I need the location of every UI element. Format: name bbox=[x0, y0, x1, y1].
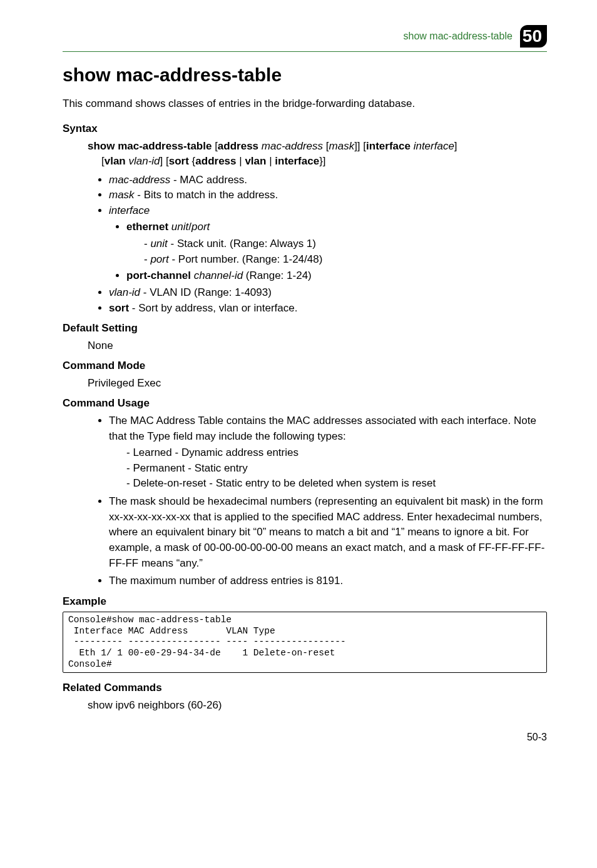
list-item: sort - Sort by address, vlan or interfac… bbox=[109, 301, 547, 316]
param-text: - Port number. (Range: 1-24/48) bbox=[169, 253, 323, 265]
intro-paragraph: This command shows classes of entries in… bbox=[63, 97, 547, 111]
page-title: show mac-address-table bbox=[63, 64, 547, 86]
list-item: Learned - Dynamic address entries bbox=[126, 445, 547, 461]
param-text: (Range: 1-24) bbox=[243, 270, 312, 281]
syntax-arg: vlan-id bbox=[129, 155, 160, 167]
default-text: None bbox=[88, 338, 547, 353]
page-number: 50-3 bbox=[63, 732, 547, 743]
syntax-arg: mac-address bbox=[262, 140, 323, 152]
interface-sublist: ethernet unit/port unit - Stack unit. (R… bbox=[109, 220, 547, 284]
list-item: ethernet unit/port unit - Stack unit. (R… bbox=[126, 220, 547, 267]
param-name: unit bbox=[150, 238, 167, 250]
related-text: show ipv6 neighbors (60-26) bbox=[88, 698, 547, 713]
related-label: Related Commands bbox=[63, 682, 547, 694]
syntax-block: show mac-address-table [address mac-addr… bbox=[88, 139, 547, 169]
syntax-kw: interface bbox=[275, 155, 319, 167]
list-item: interface ethernet unit/port unit - Stac… bbox=[109, 203, 547, 284]
param-name: interface bbox=[109, 204, 150, 216]
default-label: Default Setting bbox=[63, 322, 547, 335]
syntax-params-list: mac-address - MAC address. mask - Bits t… bbox=[81, 173, 547, 316]
syntax-kw: vlan bbox=[245, 155, 266, 167]
param-name: port bbox=[191, 221, 210, 233]
list-item: port-channel channel-id (Range: 1-24) bbox=[126, 268, 547, 284]
page-header: show mac-address-table 50 bbox=[63, 25, 547, 48]
list-item: Delete-on-reset - Static entry to be del… bbox=[126, 476, 547, 492]
param-text: - Bits to match in the address. bbox=[135, 189, 278, 201]
syntax-line-1: show mac-address-table [address mac-addr… bbox=[88, 139, 547, 154]
list-item: port - Port number. (Range: 1-24/48) bbox=[144, 252, 547, 268]
usage-text: The MAC Address Table contains the MAC a… bbox=[109, 415, 536, 442]
param-text: - Sort by address, vlan or interface. bbox=[129, 302, 297, 314]
param-text: - VLAN ID (Range: 1-4093) bbox=[140, 286, 272, 298]
param-name: vlan-id bbox=[109, 286, 140, 298]
mode-text: Privileged Exec bbox=[88, 376, 547, 391]
list-item: The maximum number of address entries is… bbox=[109, 573, 547, 589]
syntax-label: Syntax bbox=[63, 123, 547, 135]
syntax-kw: sort bbox=[169, 155, 189, 167]
list-item: The MAC Address Table contains the MAC a… bbox=[109, 413, 547, 492]
syntax-kw: address bbox=[218, 140, 258, 152]
usage-list: The MAC Address Table contains the MAC a… bbox=[81, 413, 547, 589]
param-text: - MAC address. bbox=[170, 174, 247, 186]
example-code: Console#show mac-address-table Interface… bbox=[63, 612, 547, 673]
list-item: Permanent - Static entry bbox=[126, 461, 547, 477]
ethernet-sublist: unit - Stack unit. (Range: Always 1) por… bbox=[126, 236, 547, 267]
usage-label: Command Usage bbox=[63, 397, 547, 410]
syntax-kw: address bbox=[195, 155, 236, 167]
usage-text: The maximum number of address entries is… bbox=[109, 575, 343, 587]
header-rule bbox=[63, 51, 547, 52]
param-kw: ethernet bbox=[126, 221, 168, 233]
param-name: mask bbox=[109, 189, 135, 201]
param-name: channel-id bbox=[194, 270, 243, 281]
syntax-kw: show mac-address-table bbox=[88, 140, 212, 152]
list-item: mac-address - MAC address. bbox=[109, 173, 547, 188]
list-item: mask - Bits to match in the address. bbox=[109, 188, 547, 203]
example-label: Example bbox=[63, 595, 547, 608]
chapter-badge: 50 bbox=[520, 25, 547, 48]
param-kw: port-channel bbox=[126, 270, 191, 281]
param-name: port bbox=[150, 253, 168, 265]
param-text: - Stack unit. (Range: Always 1) bbox=[168, 238, 316, 250]
syntax-line-2: [vlan vlan-id] [sort {address | vlan | i… bbox=[101, 154, 547, 169]
usage-text: Delete-on-reset - Static entry to be del… bbox=[133, 477, 436, 489]
param-name: unit bbox=[171, 221, 188, 233]
syntax-kw: interface bbox=[366, 140, 411, 152]
list-item: The mask should be hexadecimal numbers (… bbox=[109, 494, 547, 571]
param-name: mac-address bbox=[109, 174, 170, 186]
usage-text: Learned - Dynamic address entries bbox=[133, 447, 298, 458]
syntax-kw: vlan bbox=[105, 155, 126, 167]
mode-label: Command Mode bbox=[63, 360, 547, 372]
running-header: show mac-address-table bbox=[404, 31, 513, 42]
usage-text: The mask should be hexadecimal numbers (… bbox=[109, 495, 544, 569]
types-sublist: Learned - Dynamic address entries Perman… bbox=[109, 445, 547, 492]
list-item: vlan-id - VLAN ID (Range: 1-4093) bbox=[109, 285, 547, 301]
list-item: unit - Stack unit. (Range: Always 1) bbox=[144, 236, 547, 252]
usage-text: Permanent - Static entry bbox=[133, 462, 247, 474]
param-kw: sort bbox=[109, 302, 129, 314]
syntax-arg: mask bbox=[329, 140, 355, 152]
syntax-arg: interface bbox=[414, 140, 454, 152]
